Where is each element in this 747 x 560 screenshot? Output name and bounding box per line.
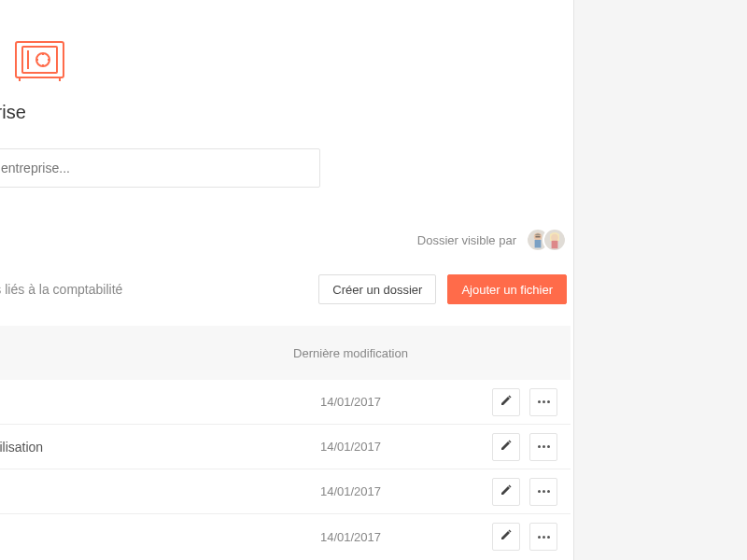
svg-point-14 (551, 234, 558, 242)
row-date: 14/01/2017 (271, 395, 430, 409)
more-button[interactable] (529, 388, 557, 416)
edit-button[interactable] (492, 478, 520, 506)
visibility-row: Dossier visible par (0, 228, 571, 252)
svg-rect-15 (552, 241, 558, 248)
edit-button[interactable] (492, 523, 520, 551)
table-row[interactable]: 14/01/2017 (0, 380, 571, 425)
row-date: 14/01/2017 (271, 530, 430, 544)
page-title: rs de l’entreprise (0, 102, 168, 123)
pencil-icon (500, 439, 513, 455)
row-date: 14/01/2017 (271, 440, 430, 454)
row-date: 14/01/2017 (271, 484, 430, 498)
edit-button[interactable] (492, 388, 520, 416)
more-button[interactable] (529, 478, 557, 506)
row-name: tabilisation (0, 440, 271, 455)
table-header: Dernière modification (0, 326, 571, 380)
pencil-icon (500, 394, 513, 411)
aside-panel (574, 0, 747, 560)
avatar-group (526, 228, 567, 252)
pencil-icon (500, 528, 513, 545)
svg-rect-11 (535, 240, 542, 247)
more-icon (538, 400, 550, 403)
column-header-date: Dernière modification (271, 346, 430, 360)
pencil-icon (500, 483, 513, 500)
create-folder-button[interactable]: Créer un dossier (318, 274, 436, 304)
search-field-wrap[interactable] (0, 148, 320, 188)
more-icon (538, 490, 550, 493)
avatar[interactable] (543, 228, 567, 252)
search-input[interactable] (1, 161, 319, 175)
main-panel: rs de l’entreprise Dossier visible par c… (0, 0, 574, 560)
more-icon (538, 536, 550, 539)
toolbar: cuments informatifs liés à la comptabili… (0, 274, 571, 304)
table-body: 14/01/2017 tabilisation 14/01/2017 14/01… (0, 380, 571, 559)
more-icon (538, 445, 550, 448)
table-row[interactable]: 14/01/2017 (0, 469, 571, 514)
table-row[interactable]: 14/01/2017 (0, 514, 571, 559)
visibility-label: Dossier visible par (417, 233, 516, 247)
folder-description: cuments informatifs liés à la comptabili… (0, 282, 318, 297)
table-row[interactable]: tabilisation 14/01/2017 (0, 425, 571, 469)
svg-rect-12 (535, 236, 540, 238)
add-file-button[interactable]: Ajouter un fichier (447, 274, 567, 304)
safe-icon (15, 41, 64, 86)
edit-button[interactable] (492, 433, 520, 461)
svg-point-2 (36, 53, 49, 66)
more-button[interactable] (529, 433, 557, 461)
more-button[interactable] (529, 523, 557, 551)
